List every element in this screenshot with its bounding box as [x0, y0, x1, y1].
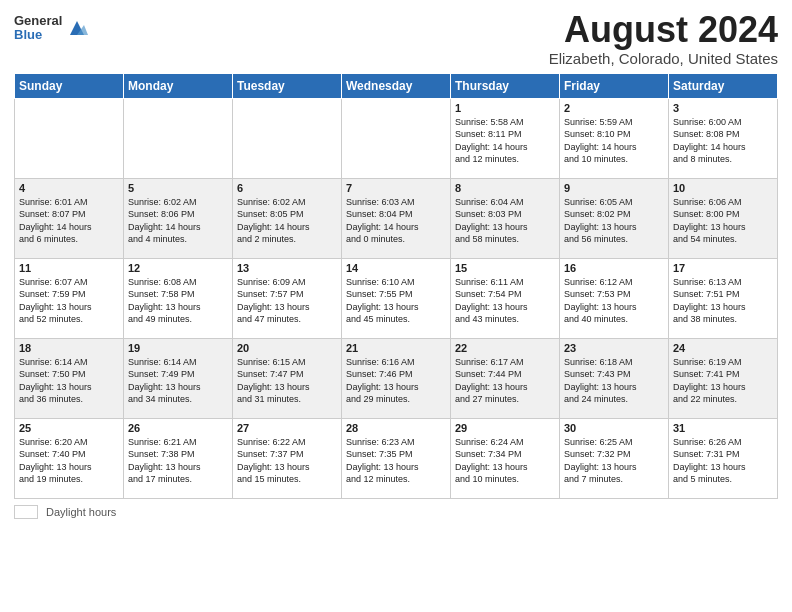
- day-cell: 3Sunrise: 6:00 AMSunset: 8:08 PMDaylight…: [669, 98, 778, 178]
- header-wednesday: Wednesday: [342, 73, 451, 98]
- header-row: Sunday Monday Tuesday Wednesday Thursday…: [15, 73, 778, 98]
- day-info: Sunrise: 6:06 AMSunset: 8:00 PMDaylight:…: [673, 196, 773, 246]
- day-cell: 28Sunrise: 6:23 AMSunset: 7:35 PMDayligh…: [342, 418, 451, 498]
- day-number: 16: [564, 262, 664, 274]
- day-info: Sunrise: 6:03 AMSunset: 8:04 PMDaylight:…: [346, 196, 446, 246]
- subtitle: Elizabeth, Colorado, United States: [549, 50, 778, 67]
- day-cell: 11Sunrise: 6:07 AMSunset: 7:59 PMDayligh…: [15, 258, 124, 338]
- week-row-4: 18Sunrise: 6:14 AMSunset: 7:50 PMDayligh…: [15, 338, 778, 418]
- footer: Daylight hours: [14, 505, 778, 519]
- day-number: 5: [128, 182, 228, 194]
- day-info: Sunrise: 6:14 AMSunset: 7:50 PMDaylight:…: [19, 356, 119, 406]
- day-cell: 22Sunrise: 6:17 AMSunset: 7:44 PMDayligh…: [451, 338, 560, 418]
- day-number: 1: [455, 102, 555, 114]
- day-info: Sunrise: 6:25 AMSunset: 7:32 PMDaylight:…: [564, 436, 664, 486]
- footer-daylight-label: Daylight hours: [46, 506, 116, 518]
- day-info: Sunrise: 6:24 AMSunset: 7:34 PMDaylight:…: [455, 436, 555, 486]
- day-info: Sunrise: 6:19 AMSunset: 7:41 PMDaylight:…: [673, 356, 773, 406]
- header-monday: Monday: [124, 73, 233, 98]
- day-cell: 17Sunrise: 6:13 AMSunset: 7:51 PMDayligh…: [669, 258, 778, 338]
- day-cell: 6Sunrise: 6:02 AMSunset: 8:05 PMDaylight…: [233, 178, 342, 258]
- day-cell: 7Sunrise: 6:03 AMSunset: 8:04 PMDaylight…: [342, 178, 451, 258]
- day-info: Sunrise: 6:23 AMSunset: 7:35 PMDaylight:…: [346, 436, 446, 486]
- day-cell: 18Sunrise: 6:14 AMSunset: 7:50 PMDayligh…: [15, 338, 124, 418]
- day-number: 15: [455, 262, 555, 274]
- day-cell: 21Sunrise: 6:16 AMSunset: 7:46 PMDayligh…: [342, 338, 451, 418]
- day-number: 21: [346, 342, 446, 354]
- header-sunday: Sunday: [15, 73, 124, 98]
- week-row-2: 4Sunrise: 6:01 AMSunset: 8:07 PMDaylight…: [15, 178, 778, 258]
- day-info: Sunrise: 6:26 AMSunset: 7:31 PMDaylight:…: [673, 436, 773, 486]
- day-info: Sunrise: 6:07 AMSunset: 7:59 PMDaylight:…: [19, 276, 119, 326]
- title-block: August 2024 Elizabeth, Colorado, United …: [549, 10, 778, 67]
- day-cell: 19Sunrise: 6:14 AMSunset: 7:49 PMDayligh…: [124, 338, 233, 418]
- day-info: Sunrise: 6:18 AMSunset: 7:43 PMDaylight:…: [564, 356, 664, 406]
- day-info: Sunrise: 6:16 AMSunset: 7:46 PMDaylight:…: [346, 356, 446, 406]
- day-number: 4: [19, 182, 119, 194]
- day-info: Sunrise: 6:22 AMSunset: 7:37 PMDaylight:…: [237, 436, 337, 486]
- logo-blue-text: Blue: [14, 28, 62, 42]
- header-thursday: Thursday: [451, 73, 560, 98]
- day-number: 10: [673, 182, 773, 194]
- day-cell: 31Sunrise: 6:26 AMSunset: 7:31 PMDayligh…: [669, 418, 778, 498]
- day-info: Sunrise: 6:10 AMSunset: 7:55 PMDaylight:…: [346, 276, 446, 326]
- day-cell: [124, 98, 233, 178]
- day-number: 30: [564, 422, 664, 434]
- day-info: Sunrise: 6:04 AMSunset: 8:03 PMDaylight:…: [455, 196, 555, 246]
- day-cell: 27Sunrise: 6:22 AMSunset: 7:37 PMDayligh…: [233, 418, 342, 498]
- day-cell: 13Sunrise: 6:09 AMSunset: 7:57 PMDayligh…: [233, 258, 342, 338]
- day-number: 6: [237, 182, 337, 194]
- day-number: 3: [673, 102, 773, 114]
- day-info: Sunrise: 6:09 AMSunset: 7:57 PMDaylight:…: [237, 276, 337, 326]
- day-number: 13: [237, 262, 337, 274]
- day-number: 23: [564, 342, 664, 354]
- day-info: Sunrise: 6:15 AMSunset: 7:47 PMDaylight:…: [237, 356, 337, 406]
- day-info: Sunrise: 6:21 AMSunset: 7:38 PMDaylight:…: [128, 436, 228, 486]
- day-info: Sunrise: 6:05 AMSunset: 8:02 PMDaylight:…: [564, 196, 664, 246]
- day-info: Sunrise: 6:17 AMSunset: 7:44 PMDaylight:…: [455, 356, 555, 406]
- day-info: Sunrise: 6:20 AMSunset: 7:40 PMDaylight:…: [19, 436, 119, 486]
- main-title: August 2024: [549, 10, 778, 50]
- header: General Blue August 2024 Elizabeth, Colo…: [14, 10, 778, 67]
- day-info: Sunrise: 6:02 AMSunset: 8:06 PMDaylight:…: [128, 196, 228, 246]
- logo: General Blue: [14, 14, 88, 43]
- day-cell: 15Sunrise: 6:11 AMSunset: 7:54 PMDayligh…: [451, 258, 560, 338]
- day-number: 25: [19, 422, 119, 434]
- day-cell: 8Sunrise: 6:04 AMSunset: 8:03 PMDaylight…: [451, 178, 560, 258]
- day-number: 27: [237, 422, 337, 434]
- day-info: Sunrise: 5:58 AMSunset: 8:11 PMDaylight:…: [455, 116, 555, 166]
- day-number: 28: [346, 422, 446, 434]
- day-cell: 16Sunrise: 6:12 AMSunset: 7:53 PMDayligh…: [560, 258, 669, 338]
- day-number: 8: [455, 182, 555, 194]
- week-row-3: 11Sunrise: 6:07 AMSunset: 7:59 PMDayligh…: [15, 258, 778, 338]
- day-number: 14: [346, 262, 446, 274]
- day-info: Sunrise: 6:08 AMSunset: 7:58 PMDaylight:…: [128, 276, 228, 326]
- day-number: 26: [128, 422, 228, 434]
- day-cell: 5Sunrise: 6:02 AMSunset: 8:06 PMDaylight…: [124, 178, 233, 258]
- day-cell: 4Sunrise: 6:01 AMSunset: 8:07 PMDaylight…: [15, 178, 124, 258]
- day-number: 9: [564, 182, 664, 194]
- day-number: 29: [455, 422, 555, 434]
- logo-icon: [66, 17, 88, 39]
- day-info: Sunrise: 6:02 AMSunset: 8:05 PMDaylight:…: [237, 196, 337, 246]
- day-number: 12: [128, 262, 228, 274]
- day-info: Sunrise: 5:59 AMSunset: 8:10 PMDaylight:…: [564, 116, 664, 166]
- day-cell: [342, 98, 451, 178]
- day-number: 20: [237, 342, 337, 354]
- day-cell: 14Sunrise: 6:10 AMSunset: 7:55 PMDayligh…: [342, 258, 451, 338]
- day-info: Sunrise: 6:11 AMSunset: 7:54 PMDaylight:…: [455, 276, 555, 326]
- day-cell: 26Sunrise: 6:21 AMSunset: 7:38 PMDayligh…: [124, 418, 233, 498]
- day-cell: 2Sunrise: 5:59 AMSunset: 8:10 PMDaylight…: [560, 98, 669, 178]
- day-number: 17: [673, 262, 773, 274]
- day-number: 24: [673, 342, 773, 354]
- day-cell: [15, 98, 124, 178]
- day-number: 7: [346, 182, 446, 194]
- day-cell: 12Sunrise: 6:08 AMSunset: 7:58 PMDayligh…: [124, 258, 233, 338]
- day-info: Sunrise: 6:01 AMSunset: 8:07 PMDaylight:…: [19, 196, 119, 246]
- day-cell: 29Sunrise: 6:24 AMSunset: 7:34 PMDayligh…: [451, 418, 560, 498]
- day-number: 22: [455, 342, 555, 354]
- logo-general-text: General: [14, 14, 62, 28]
- header-friday: Friday: [560, 73, 669, 98]
- day-info: Sunrise: 6:14 AMSunset: 7:49 PMDaylight:…: [128, 356, 228, 406]
- week-row-5: 25Sunrise: 6:20 AMSunset: 7:40 PMDayligh…: [15, 418, 778, 498]
